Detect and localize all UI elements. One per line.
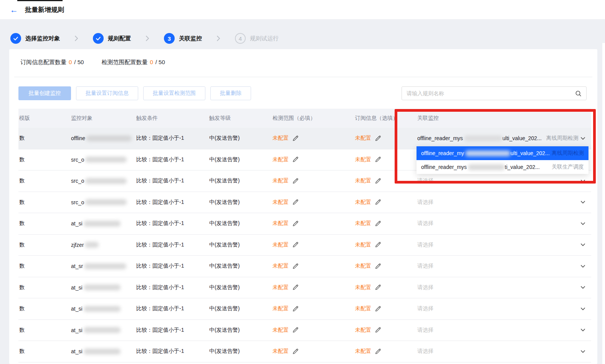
batch-delete-button[interactable]: 批量删除: [210, 86, 251, 100]
cell-trigger-condition: 比较：固定值小于-1: [136, 348, 209, 355]
batch-set-scope-button[interactable]: 批量设置检测范围: [143, 86, 205, 100]
select-placeholder: 请选择: [417, 348, 433, 355]
redaction-blur: [85, 157, 127, 162]
edit-pencil-icon[interactable]: [292, 284, 299, 291]
dropdown-option[interactable]: offline_reader_mys ti_value_202... 关联生产调…: [417, 160, 588, 174]
edit-pencil-icon[interactable]: [375, 348, 381, 355]
edit-pencil-icon[interactable]: [375, 135, 381, 142]
edit-pencil-icon[interactable]: [292, 220, 299, 227]
redaction-blur: [84, 349, 121, 354]
edit-pencil-icon[interactable]: [375, 156, 381, 163]
edit-pencil-icon[interactable]: [292, 242, 299, 248]
cell-template: 数: [18, 177, 71, 184]
rule-search: [402, 86, 587, 100]
cell-template: 数: [18, 135, 71, 142]
linked-monitor-select[interactable]: 请选择: [417, 199, 591, 206]
chevron-down-icon: [580, 327, 586, 333]
back-arrow-icon[interactable]: ←: [10, 6, 18, 14]
subscribe-counter: 订阅信息配置数量 0 / 50: [20, 59, 84, 66]
step-rule-config[interactable]: 规则配置: [93, 33, 131, 44]
edit-pencil-icon[interactable]: [292, 327, 299, 333]
cell-monitor-target: at_si: [71, 327, 136, 333]
edit-pencil-icon[interactable]: [292, 306, 299, 312]
cell-monitor-target: src_o: [71, 157, 136, 163]
selected-monitor-value: offline_reader_mys ulti_value_202... 离线周…: [417, 135, 580, 142]
top-edge-artifact: [17, 0, 63, 1]
select-placeholder: 请选择: [417, 305, 433, 312]
dropdown-option-selected[interactable]: offline_reader_my ulti_value_202... 离线周期…: [417, 146, 588, 160]
chevron-right-icon: [74, 35, 78, 41]
page-title: 批量新增规则: [25, 5, 64, 14]
rule-search-input[interactable]: [402, 90, 575, 96]
edit-pencil-icon[interactable]: [375, 284, 381, 291]
cell-subscribe: 未配置: [355, 263, 417, 270]
linked-monitor-select[interactable]: offline_reader_mys ulti_value_202... 离线周…: [417, 135, 591, 142]
col-scope: 检测范围（必填）: [273, 115, 355, 122]
table-row: 数 at_si 比较：固定值小于-1 中(发送告警) 未配置 未配置 请选择: [18, 298, 591, 320]
not-configured-label: 未配置: [355, 242, 371, 248]
not-configured-label: 未配置: [273, 284, 289, 291]
edit-pencil-icon[interactable]: [375, 199, 381, 205]
check-icon: [93, 33, 104, 44]
chevron-down-icon: [580, 242, 586, 248]
edit-pencil-icon[interactable]: [375, 178, 381, 184]
cell-trigger-condition: 比较：固定值小于-1: [136, 156, 209, 163]
not-configured-label: 未配置: [355, 284, 371, 291]
redaction-blur: [85, 178, 127, 184]
cell-trigger-level: 中(发送告警): [209, 220, 273, 227]
edit-pencil-icon[interactable]: [375, 306, 381, 312]
redaction-blur: [464, 136, 503, 141]
edit-pencil-icon[interactable]: [375, 242, 381, 248]
cell-trigger-level: 中(发送告警): [209, 156, 273, 163]
edit-pencil-icon[interactable]: [375, 220, 381, 227]
chevron-right-icon: [145, 35, 149, 41]
linked-monitor-select[interactable]: 请选择: [417, 348, 591, 355]
cell-scope: 未配置: [273, 242, 355, 248]
linked-monitor-select[interactable]: 请选择: [417, 177, 591, 184]
linked-monitor-select[interactable]: 请选择: [417, 305, 591, 312]
search-icon[interactable]: [575, 90, 582, 97]
cell-scope: 未配置: [273, 263, 355, 270]
not-configured-label: 未配置: [355, 305, 371, 312]
edit-pencil-icon[interactable]: [375, 263, 381, 270]
col-condition: 触发条件: [136, 115, 209, 122]
cell-trigger-level: 中(发送告警): [209, 327, 273, 334]
stepper: 选择监控对象 规则配置 3 关联监控 4 规则试运行: [10, 33, 279, 44]
monitor-type-tag: 离线周期检测: [546, 135, 579, 142]
not-configured-label: 未配置: [355, 327, 371, 334]
cell-trigger-level: 中(发送告警): [209, 199, 273, 206]
select-placeholder: 请选择: [417, 263, 433, 270]
batch-set-subscribe-button[interactable]: 批量设置订阅信息: [76, 86, 138, 100]
linked-monitor-select[interactable]: 请选择: [417, 242, 591, 248]
select-placeholder: 请选择: [417, 327, 433, 334]
redaction-blur: [84, 263, 126, 269]
cell-monitor-target: offline: [71, 135, 136, 141]
batch-create-monitor-button[interactable]: 批量创建监控: [18, 86, 71, 100]
edit-pencil-icon[interactable]: [292, 263, 299, 270]
chevron-down-icon: [580, 349, 586, 354]
edit-pencil-icon[interactable]: [375, 327, 381, 333]
cell-monitor-target: at_si: [71, 348, 136, 354]
step-select-target[interactable]: 选择监控对象: [10, 33, 60, 44]
cell-monitor-target: at_si: [71, 306, 136, 312]
scrollbar-track: [602, 43, 605, 364]
edit-pencil-icon[interactable]: [292, 199, 299, 205]
edit-pencil-icon[interactable]: [292, 135, 299, 142]
linked-monitor-select[interactable]: 请选择: [417, 284, 591, 291]
subscribe-count-value: 0: [69, 59, 72, 65]
cell-monitor-target: at_sr: [71, 263, 136, 269]
scope-counter: 检测范围配置数量 0 / 50: [101, 59, 165, 66]
linked-monitor-select[interactable]: 请选择: [417, 263, 591, 270]
linked-monitor-select[interactable]: 请选择: [417, 220, 591, 227]
chevron-down-icon: [580, 199, 586, 205]
linked-monitor-select[interactable]: 请选择: [417, 327, 591, 334]
select-placeholder: 请选择: [417, 242, 433, 248]
step-link-monitor[interactable]: 3 关联监控: [164, 33, 202, 44]
edit-pencil-icon[interactable]: [292, 156, 299, 163]
col-subscribe: 订阅信息（选填）: [355, 115, 417, 122]
edit-pencil-icon[interactable]: [292, 348, 299, 355]
not-configured-label: 未配置: [273, 199, 289, 206]
cell-template: 数: [18, 220, 71, 227]
not-configured-label: 未配置: [355, 156, 371, 163]
edit-pencil-icon[interactable]: [292, 178, 299, 184]
